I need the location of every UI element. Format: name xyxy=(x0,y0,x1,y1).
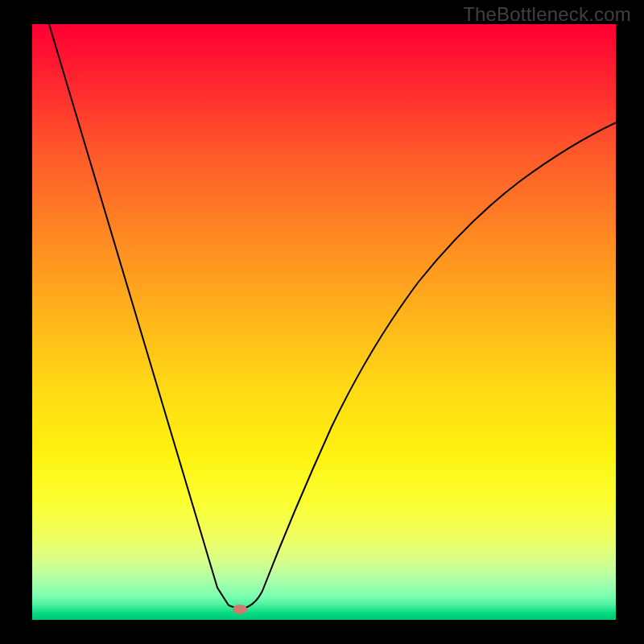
chart-wrapper: TheBottleneck.com xyxy=(0,0,644,644)
watermark-text: TheBottleneck.com xyxy=(463,3,631,26)
bottleneck-curve-left xyxy=(44,24,240,609)
optimal-point-marker xyxy=(233,605,247,614)
bottleneck-curve-right xyxy=(240,122,616,609)
plot-area xyxy=(32,24,616,620)
curve-overlay xyxy=(32,24,616,620)
